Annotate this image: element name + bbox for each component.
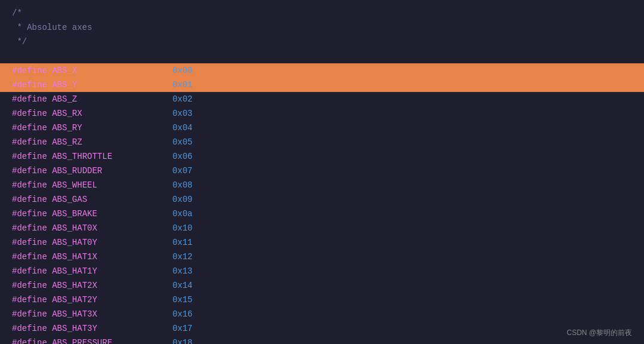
define-keyword: #define	[12, 265, 52, 278]
define-spacer	[102, 164, 172, 177]
define-spacer	[97, 179, 172, 192]
define-spacer	[82, 121, 172, 134]
define-name: ABS_THROTTLE	[52, 150, 112, 163]
define-value: 0x17	[172, 322, 193, 335]
define-name: ABS_RY	[52, 121, 82, 134]
define-spacer	[87, 193, 172, 206]
define-value: 0x04	[172, 121, 193, 134]
define-name: ABS_HAT1X	[52, 250, 97, 263]
define-spacer	[82, 136, 172, 149]
define-keyword: #define	[12, 279, 52, 292]
comment-text-2: * Absolute axes	[12, 21, 92, 34]
define-name: ABS_HAT3X	[52, 308, 97, 321]
define-spacer	[77, 78, 172, 91]
define-keyword: #define	[12, 78, 52, 91]
define-spacer	[82, 107, 172, 120]
define-value: 0x16	[172, 308, 193, 321]
define-spacer	[97, 293, 172, 306]
define-keyword: #define	[12, 64, 52, 77]
define-spacer	[77, 64, 172, 77]
define-keyword: #define	[12, 193, 52, 206]
define-value: 0x18	[172, 336, 193, 344]
define-spacer	[97, 250, 172, 263]
define-line: #define ABS_HAT0X 0x10	[0, 221, 644, 235]
define-line: #define ABS_HAT1X 0x12	[0, 250, 644, 264]
define-name: ABS_GAS	[52, 193, 87, 206]
define-value: 0x14	[172, 279, 193, 292]
define-keyword: #define	[12, 336, 52, 344]
define-spacer	[97, 207, 172, 220]
define-line: #define ABS_HAT3X 0x16	[0, 307, 644, 321]
define-line: #define ABS_HAT2X 0x14	[0, 278, 644, 293]
define-line: #define ABS_Y 0x01	[0, 78, 644, 92]
define-name: ABS_RUDDER	[52, 164, 102, 177]
define-keyword: #define	[12, 236, 52, 249]
define-name: ABS_HAT0Y	[52, 236, 97, 249]
define-line: #define ABS_RUDDER 0x07	[0, 164, 644, 178]
define-name: ABS_HAT3Y	[52, 322, 97, 335]
define-spacer	[97, 279, 172, 292]
define-line: #define ABS_HAT2Y 0x15	[0, 293, 644, 307]
define-line: #define ABS_BRAKE 0x0a	[0, 207, 644, 221]
define-keyword: #define	[12, 107, 52, 120]
define-keyword: #define	[12, 136, 52, 149]
define-name: ABS_HAT2X	[52, 279, 97, 292]
define-line: #define ABS_RY 0x04	[0, 121, 644, 135]
define-spacer	[112, 150, 172, 163]
define-name: ABS_WHEEL	[52, 179, 97, 192]
comment-text-1: /*	[12, 7, 22, 20]
comment-text-3: */	[12, 35, 27, 48]
define-value: 0x05	[172, 136, 193, 149]
define-keyword: #define	[12, 293, 52, 306]
defines-list: #define ABS_X 0x00#define ABS_Y 0x01#def…	[0, 63, 644, 344]
define-name: ABS_Z	[52, 93, 77, 106]
define-value: 0x02	[172, 93, 193, 106]
comment-line-3: */	[0, 35, 644, 49]
code-editor: /* * Absolute axes */ #define ABS_X 0x00…	[0, 0, 644, 344]
define-line: #define ABS_RZ 0x05	[0, 135, 644, 149]
define-name: ABS_X	[52, 64, 77, 77]
define-value: 0x10	[172, 222, 193, 235]
define-value: 0x00	[172, 64, 193, 77]
define-keyword: #define	[12, 322, 52, 335]
define-line: #define ABS_X 0x00	[0, 63, 644, 78]
define-line: #define ABS_HAT1Y 0x13	[0, 264, 644, 278]
define-keyword: #define	[12, 93, 52, 106]
define-keyword: #define	[12, 164, 52, 177]
define-value: 0x07	[172, 164, 193, 177]
define-name: ABS_Y	[52, 78, 77, 91]
define-value: 0x03	[172, 107, 193, 120]
define-name: ABS_HAT0X	[52, 222, 97, 235]
define-line: #define ABS_RX 0x03	[0, 106, 644, 121]
define-line: #define ABS_GAS 0x09	[0, 192, 644, 207]
define-keyword: #define	[12, 250, 52, 263]
define-value: 0x08	[172, 179, 193, 192]
define-name: ABS_RX	[52, 107, 82, 120]
define-value: 0x11	[172, 236, 193, 249]
define-line: #define ABS_HAT3Y 0x17	[0, 321, 644, 336]
define-line: #define ABS_PRESSURE 0x18	[0, 336, 644, 344]
define-name: ABS_PRESSURE	[52, 336, 112, 344]
define-spacer	[112, 336, 172, 344]
watermark: CSDN @黎明的前夜	[566, 328, 632, 338]
define-keyword: #define	[12, 150, 52, 163]
define-line: #define ABS_THROTTLE 0x06	[0, 149, 644, 164]
define-name: ABS_RZ	[52, 136, 82, 149]
define-keyword: #define	[12, 207, 52, 220]
define-value: 0x15	[172, 293, 193, 306]
define-spacer	[97, 308, 172, 321]
define-value: 0x0a	[172, 207, 193, 220]
define-keyword: #define	[12, 179, 52, 192]
define-name: ABS_HAT1Y	[52, 265, 97, 278]
comment-line-1: /*	[0, 6, 644, 20]
define-line: #define ABS_Z 0x02	[0, 92, 644, 106]
define-name: ABS_HAT2Y	[52, 293, 97, 306]
define-line: #define ABS_WHEEL 0x08	[0, 178, 644, 192]
define-spacer	[97, 222, 172, 235]
define-name: ABS_BRAKE	[52, 207, 97, 220]
spacer-line	[0, 49, 644, 63]
define-value: 0x09	[172, 193, 193, 206]
define-spacer	[97, 265, 172, 278]
define-keyword: #define	[12, 308, 52, 321]
define-value: 0x13	[172, 265, 193, 278]
